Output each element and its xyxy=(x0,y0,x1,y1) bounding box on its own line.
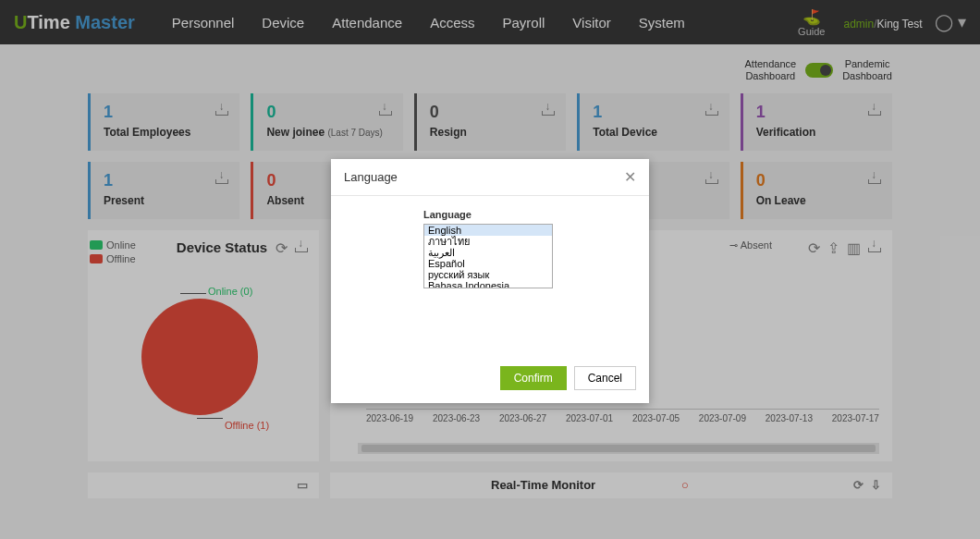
modal-overlay[interactable]: Language ✕ Language Englishภาษาไทยالعربي… xyxy=(0,0,980,539)
language-option[interactable]: русский язык xyxy=(424,269,552,280)
language-select[interactable]: EnglishภาษาไทยالعربيةEspañolрусский язык… xyxy=(423,224,553,288)
confirm-button[interactable]: Confirm xyxy=(500,366,567,390)
language-modal: Language ✕ Language Englishภาษาไทยالعربي… xyxy=(331,159,649,403)
close-icon[interactable]: ✕ xyxy=(624,168,636,186)
language-option[interactable]: ภาษาไทย xyxy=(424,236,552,247)
language-option[interactable]: Bahasa Indonesia xyxy=(424,280,552,288)
language-option[interactable]: Español xyxy=(424,258,552,269)
modal-title: Language xyxy=(344,170,398,184)
modal-header: Language ✕ xyxy=(331,159,649,196)
language-field-label: Language xyxy=(423,209,557,220)
modal-footer: Confirm Cancel xyxy=(331,357,649,403)
language-option[interactable]: العربية xyxy=(424,247,552,258)
language-option[interactable]: English xyxy=(424,225,552,236)
cancel-button[interactable]: Cancel xyxy=(574,366,636,390)
modal-body: Language EnglishภาษาไทยالعربيةEspañolрус… xyxy=(331,196,649,301)
